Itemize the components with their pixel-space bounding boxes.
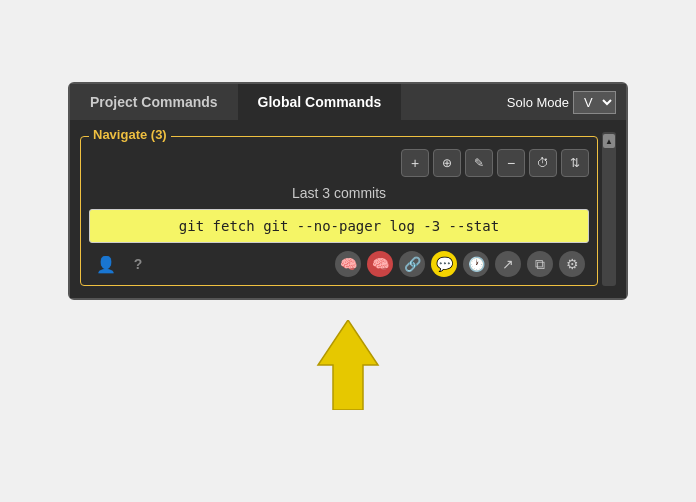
person-icon[interactable]: 👤: [93, 251, 119, 277]
tab-project-commands[interactable]: Project Commands: [70, 84, 238, 120]
toolbar: + ⊕ ✎ − ⏱ ⇅: [89, 149, 589, 177]
tabs-row: Project Commands Global Commands Solo Mo…: [70, 84, 626, 120]
brain-dark-icon[interactable]: 🧠: [335, 251, 361, 277]
question-icon[interactable]: ?: [125, 251, 151, 277]
chat-icon[interactable]: 💬: [431, 251, 457, 277]
solo-mode-container: Solo Mode V: [497, 84, 626, 120]
bottom-icons-row: 👤 ? 🧠 🧠 🔗 💬 🕐 ↗ ⧉ ⚙: [89, 251, 589, 277]
commits-label: Last 3 commits: [89, 185, 589, 201]
content-with-scroll: Navigate (3) + ⊕ ✎ − ⏱ ⇅ Last 3 commits: [80, 132, 616, 286]
main-window: Project Commands Global Commands Solo Mo…: [68, 82, 628, 300]
export-icon[interactable]: ↗: [495, 251, 521, 277]
scrollbar[interactable]: ▲: [602, 132, 616, 286]
scroll-up-button[interactable]: ▲: [603, 134, 615, 148]
command-box: git fetch git --no-pager log -3 --stat: [89, 209, 589, 243]
navigate-label: Navigate (3): [89, 127, 171, 142]
reorder-button[interactable]: ⇅: [561, 149, 589, 177]
clock-icon[interactable]: 🕐: [463, 251, 489, 277]
brain-red-icon[interactable]: 🧠: [367, 251, 393, 277]
arrow-container: [313, 300, 383, 420]
arrow-up-icon: [313, 320, 383, 410]
tab-spacer: [401, 84, 497, 120]
add-button[interactable]: +: [401, 149, 429, 177]
link-icon[interactable]: 🔗: [399, 251, 425, 277]
copy-icon[interactable]: ⧉: [527, 251, 553, 277]
tab-global-commands[interactable]: Global Commands: [238, 84, 402, 120]
remove-button[interactable]: −: [497, 149, 525, 177]
navigate-group: Navigate (3) + ⊕ ✎ − ⏱ ⇅ Last 3 commits: [80, 136, 598, 286]
settings-icon[interactable]: ⚙: [559, 251, 585, 277]
content-main: Navigate (3) + ⊕ ✎ − ⏱ ⇅ Last 3 commits: [80, 132, 598, 286]
svg-marker-0: [318, 320, 378, 410]
content-area: Navigate (3) + ⊕ ✎ − ⏱ ⇅ Last 3 commits: [70, 120, 626, 298]
solo-mode-label: Solo Mode: [507, 95, 569, 110]
branch-button[interactable]: ⊕: [433, 149, 461, 177]
solo-mode-select[interactable]: V: [573, 91, 616, 114]
history-button[interactable]: ⏱: [529, 149, 557, 177]
edit-button[interactable]: ✎: [465, 149, 493, 177]
